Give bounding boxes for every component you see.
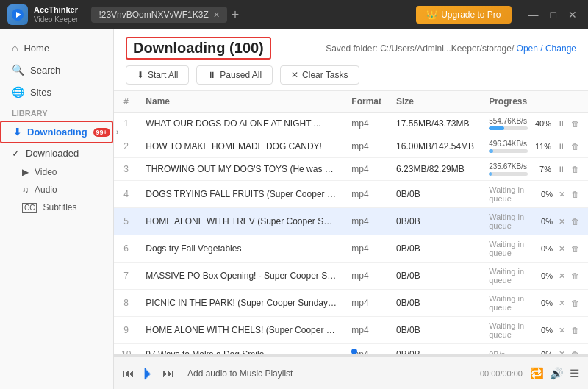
maximize-button[interactable]: □	[547, 7, 560, 22]
delete-row-button[interactable]: 🗑	[570, 298, 581, 308]
cancel-row-button[interactable]: ✕	[557, 189, 567, 200]
progress-actions: ⏸ 🗑	[556, 141, 581, 151]
pause-row-button[interactable]: ⏸	[556, 118, 567, 129]
progress-actions: ✕ 🗑	[557, 271, 581, 282]
progress-actions: ✕ 🗑	[557, 189, 581, 200]
prev-button[interactable]: ⏮	[123, 367, 135, 380]
tab-close-icon[interactable]: ✕	[213, 10, 220, 20]
content-header-top: Downloading (100) Saved folder: C:/Users…	[126, 37, 576, 60]
volume-icon[interactable]: 🔊	[550, 367, 564, 380]
row-name: MASSIVE PO Box Opening! - Super Cooper S…	[138, 263, 344, 290]
play-button[interactable]: ⏵	[140, 364, 157, 383]
pause-row-button[interactable]: ⏸	[556, 141, 567, 151]
table-row: 5HOME ALONE WITH TREV (Super Cooper Sund…	[114, 208, 588, 235]
progress-pct: 0%	[534, 190, 553, 199]
cancel-row-button[interactable]: ✕	[557, 325, 567, 336]
paused-all-button[interactable]: ⏸ Paused All	[196, 65, 273, 85]
col-progress: Progress	[481, 91, 588, 113]
progress-pct: 0%	[534, 271, 553, 280]
downloaded-label: Downloaded	[26, 148, 79, 159]
progress-wrapper: 0B/s 0% ✕ 🗑	[489, 349, 581, 354]
toolbar: ⬇ Start All ⏸ Paused All ✕ Clear Tasks	[126, 65, 576, 85]
sidebar-item-video[interactable]: ▶ Video	[0, 163, 113, 181]
active-tab[interactable]: !23VnvBOomNXVvWF1K3Z ✕	[91, 7, 226, 23]
library-section-label: Library	[0, 103, 113, 121]
cancel-row-button[interactable]: ✕	[557, 271, 567, 282]
progress-actions: ✕ 🗑	[557, 325, 581, 336]
row-size: 0B/0B	[389, 208, 481, 235]
sidebar-item-subtitles[interactable]: CC Subtitles	[0, 199, 113, 216]
new-tab-button[interactable]: +	[232, 7, 240, 23]
delete-row-button[interactable]: 🗑	[570, 271, 581, 281]
clear-tasks-button[interactable]: ✕ Clear Tasks	[280, 65, 359, 85]
next-button[interactable]: ⏭	[162, 367, 174, 380]
row-size: 6.23MB/82.29MB	[389, 158, 481, 181]
delete-row-button[interactable]: 🗑	[570, 141, 581, 151]
row-format: mp4	[344, 135, 389, 158]
col-num: #	[114, 91, 138, 113]
player-right-controls: 🔁 🔊 ☰	[530, 367, 579, 380]
sidebar-item-sites[interactable]: 🌐 Sites	[0, 81, 113, 103]
row-name: HOME ALONE WITH CHELS! (Super Cooper Sun…	[138, 317, 344, 344]
row-num: 9	[114, 317, 138, 344]
playlist-icon[interactable]: ☰	[570, 367, 579, 380]
delete-row-button[interactable]: 🗑	[570, 349, 581, 355]
home-icon: ⌂	[12, 42, 18, 54]
delete-row-button[interactable]: 🗑	[570, 325, 581, 335]
start-all-icon: ⬇	[137, 70, 144, 80]
delete-row-button[interactable]: 🗑	[570, 164, 581, 174]
sidebar-item-audio[interactable]: ♫ Audio	[0, 181, 113, 199]
repeat-icon[interactable]: 🔁	[530, 367, 544, 380]
cancel-row-button[interactable]: ✕	[557, 243, 567, 254]
row-progress: 235.67KB/s 7% ⏸ 🗑	[481, 158, 588, 181]
delete-row-button[interactable]: 🗑	[570, 243, 581, 254]
row-size: 0B/0B	[389, 235, 481, 263]
cancel-row-button[interactable]: ✕	[557, 298, 567, 309]
downloads-table-container[interactable]: # Name Format Size Progress 1WHAT OUR DO…	[114, 91, 588, 354]
upgrade-button[interactable]: 👑 Upgrade to Pro	[416, 6, 511, 24]
sidebar-item-search[interactable]: 🔍 Search	[0, 59, 113, 81]
row-num: 3	[114, 158, 138, 181]
cancel-row-button[interactable]: ✕	[557, 216, 567, 227]
minimize-button[interactable]: —	[525, 7, 542, 22]
table-row: 8PICNIC IN THE PARK! (Super Cooper Sunda…	[114, 290, 588, 317]
row-format: mp4	[344, 181, 389, 208]
player-controls: ⏮ ⏵ ⏭	[123, 364, 174, 383]
table-body: 1WHAT OUR DOGS DO ALONE AT NIGHT ...mp41…	[114, 113, 588, 355]
video-label: Video	[35, 167, 57, 177]
row-format: mp4	[344, 158, 389, 181]
close-button[interactable]: ✕	[564, 7, 581, 22]
row-progress: Waiting in queue 0% ✕ 🗑	[481, 235, 588, 263]
progress-bar-bg	[489, 149, 528, 153]
row-progress: 554.76KB/s 40% ⏸ 🗑	[481, 113, 588, 135]
app-logo	[7, 4, 28, 25]
cancel-row-button[interactable]: ✕	[557, 349, 567, 354]
delete-row-button[interactable]: 🗑	[570, 118, 581, 129]
audio-icon: ♫	[22, 185, 29, 195]
row-num: 7	[114, 263, 138, 290]
col-name: Name	[138, 91, 344, 113]
sidebar-item-downloading[interactable]: ⬇ Downloading 99+ ›	[0, 121, 113, 143]
progress-wrapper: Waiting in queue 0% ✕ 🗑	[489, 294, 581, 312]
progress-wrapper: Waiting in queue 0% ✕ 🗑	[489, 240, 581, 257]
progress-actions: ⏸ 🗑	[556, 164, 581, 174]
tab-label: !23VnvBOomNXVvWF1K3Z	[98, 10, 208, 20]
table-header: # Name Format Size Progress	[114, 91, 588, 113]
progress-bar-fill	[489, 126, 504, 130]
progress-wrapper: 235.67KB/s 7% ⏸ 🗑	[489, 163, 581, 176]
row-name: THROWING OUT MY DOG'S TOYS (He was not h…	[138, 158, 344, 181]
sidebar-item-home[interactable]: ⌂ Home	[0, 37, 113, 59]
progress-wrapper: Waiting in queue 0% ✕ 🗑	[489, 321, 581, 339]
open-change-link[interactable]: Open / Change	[517, 43, 576, 54]
start-all-button[interactable]: ⬇ Start All	[126, 65, 189, 85]
sidebar-item-downloaded[interactable]: ✓ Downloaded	[0, 143, 113, 163]
delete-row-button[interactable]: 🗑	[570, 216, 581, 226]
downloads-table: # Name Format Size Progress 1WHAT OUR DO…	[114, 91, 588, 354]
col-format: Format	[344, 91, 389, 113]
progress-speed: 496.34KB/s	[489, 140, 528, 148]
pause-row-button[interactable]: ⏸	[556, 164, 567, 174]
waiting-text: Waiting in queue	[489, 213, 529, 230]
row-name: DOGS TRYING FALL FRUITS (Super Cooper Su…	[138, 181, 344, 208]
delete-row-button[interactable]: 🗑	[570, 189, 581, 199]
row-name: 97 Ways to Make a Dog Smile	[138, 344, 344, 355]
